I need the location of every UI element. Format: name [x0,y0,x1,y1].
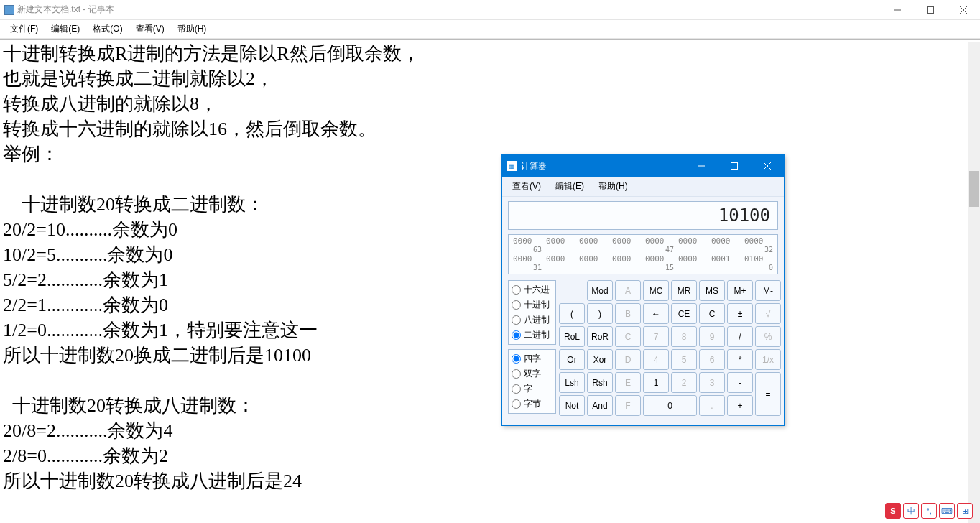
bit-label [612,246,641,254]
calc-btn-percent[interactable]: % [755,326,781,347]
menu-file[interactable]: 文件(F) [4,22,44,37]
bit-label [678,264,707,272]
scroll-thumb[interactable] [969,171,979,207]
calc-btn-8[interactable]: 8 [671,326,697,347]
ime-tray: S 中 °, ⌨ ⊞ [885,503,973,519]
vertical-scrollbar[interactable] [968,42,980,523]
calc-btn-mplus[interactable]: M+ [727,280,753,301]
bit-group: 0000 [645,236,674,246]
calc-close-button[interactable] [751,155,784,177]
calc-btn-9[interactable]: 9 [699,326,725,347]
calc-btn-b[interactable]: B [615,303,641,324]
menu-format[interactable]: 格式(O) [87,22,128,37]
calc-btn-mod[interactable]: Mod [587,280,613,301]
notepad-menubar: 文件(F) 编辑(E) 格式(O) 查看(V) 帮助(H) [0,20,980,39]
radix-dec[interactable]: 十进制 [512,299,550,311]
calc-btn-and[interactable]: And [587,395,613,416]
calc-btn-not[interactable]: Not [559,395,585,416]
maximize-button[interactable] [914,0,947,19]
calc-btn-a[interactable]: A [615,280,641,301]
calculator-app-icon: ▦ [507,161,517,171]
calc-btn-mminus[interactable]: M- [755,280,781,301]
calc-btn-equals[interactable]: = [755,372,781,416]
calc-btn-backspace[interactable]: ← [643,303,669,324]
calc-btn-mr[interactable]: MR [671,280,697,301]
menu-help[interactable]: 帮助(H) [172,22,213,37]
calc-btn-hexc[interactable]: C [615,326,641,347]
bit-label [711,264,740,272]
calc-btn-lsh[interactable]: Lsh [559,372,585,393]
calc-btn-ror[interactable]: RoR [587,326,613,347]
calc-minimize-button[interactable] [685,155,718,177]
calc-btn-ce[interactable]: CE [671,303,697,324]
calc-btn-or[interactable]: Or [559,349,585,370]
notepad-text-area[interactable]: 十进制转换成R进制的方法是除以R然后倒取余数， 也就是说转换成二进制就除以2， … [0,39,980,523]
calc-btn-sqrt[interactable]: √ [755,303,781,324]
bit-label: 15 [645,264,674,272]
calc-btn-lparen[interactable]: ( [559,303,585,324]
notepad-window: 新建文本文档.txt - 记事本 文件(F) 编辑(E) 格式(O) 查看(V)… [0,0,980,523]
ime-menu-icon[interactable]: ⊞ [957,503,973,519]
bit-group: 0000 [513,236,542,246]
calc-btn-5[interactable]: 5 [671,349,697,370]
calc-btn-f[interactable]: F [615,395,641,416]
wordsize-byte[interactable]: 字节 [512,398,550,410]
calc-btn-ms[interactable]: MS [699,280,725,301]
bit-group: 0000 [711,236,740,246]
calc-btn-6[interactable]: 6 [699,349,725,370]
calc-btn-negate[interactable]: ± [727,303,753,324]
close-button[interactable] [947,0,980,19]
radix-hex[interactable]: 十六进 [512,284,550,296]
calc-btn-multiply[interactable]: * [727,349,753,370]
ime-logo-icon[interactable]: S [885,503,901,519]
calc-btn-rparen[interactable]: ) [587,303,613,324]
calc-btn-3[interactable]: 3 [699,372,725,393]
calc-btn-decimal[interactable]: . [699,395,725,416]
bit-group: 0000 [546,236,575,246]
radix-oct[interactable]: 八进制 [512,314,550,326]
menu-edit[interactable]: 编辑(E) [45,22,85,37]
bit-group: 0000 [513,254,542,264]
calc-btn-0[interactable]: 0 [643,395,697,416]
calc-btn-4[interactable]: 4 [643,349,669,370]
calc-menu-view[interactable]: 查看(V) [507,179,547,194]
calculator-window: ▦ 计算器 查看(V) 编辑(E) 帮助(H) 10100 0000 0000 … [501,154,785,426]
radix-bin[interactable]: 二进制 [512,329,550,341]
bit-label: 0 [744,264,773,272]
calc-btn-2[interactable]: 2 [671,372,697,393]
wordsize-qword[interactable]: 四字 [512,353,550,365]
bit-label [612,264,641,272]
menu-view[interactable]: 查看(V) [130,22,170,37]
calc-btn-1[interactable]: 1 [643,372,669,393]
calc-menu-edit[interactable]: 编辑(E) [550,179,590,194]
calc-btn-xor[interactable]: Xor [587,349,613,370]
calc-titlebar[interactable]: ▦ 计算器 [502,155,784,177]
bit-group: 0000 [612,236,641,246]
calc-btn-rsh[interactable]: Rsh [587,372,613,393]
minimize-button[interactable] [881,0,914,19]
calc-btn-c[interactable]: C [699,303,725,324]
calc-bit-display[interactable]: 0000 0000 0000 0000 0000 0000 0000 0000 … [508,234,778,274]
bit-label [678,246,707,254]
bit-group: 0000 [678,236,707,246]
bit-label: 63 [513,246,542,254]
calc-btn-e[interactable]: E [615,372,641,393]
calc-btn-d[interactable]: D [615,349,641,370]
calc-btn-reciprocal[interactable]: 1/x [755,349,781,370]
bit-label [711,246,740,254]
ime-keyboard-icon[interactable]: ⌨ [939,503,955,519]
bit-group: 0000 [612,254,641,264]
wordsize-word[interactable]: 字 [512,383,550,395]
calc-btn-plus[interactable]: + [727,395,753,416]
calc-btn-rol[interactable]: RoL [559,326,585,347]
bit-group: 0000 [645,254,674,264]
calc-btn-7[interactable]: 7 [643,326,669,347]
calc-btn-minus[interactable]: - [727,372,753,393]
ime-punct-icon[interactable]: °, [921,503,937,519]
calc-btn-divide[interactable]: / [727,326,753,347]
wordsize-dword[interactable]: 双字 [512,368,550,380]
calc-menu-help[interactable]: 帮助(H) [593,179,634,194]
ime-lang-icon[interactable]: 中 [903,503,919,519]
calc-btn-mc[interactable]: MC [643,280,669,301]
calc-maximize-button[interactable] [718,155,751,177]
